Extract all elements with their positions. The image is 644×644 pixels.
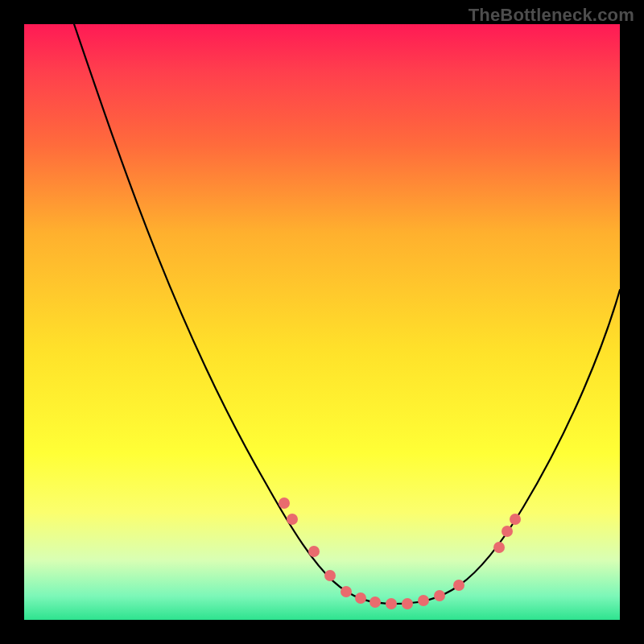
data-marker [402,598,413,609]
chart-svg [24,24,620,620]
data-marker [493,542,505,553]
data-marker [287,514,298,525]
data-marker [341,586,352,597]
plot-area [24,24,620,620]
marker-group [279,497,521,609]
data-marker [279,497,290,509]
data-marker [386,598,397,609]
watermark-text: TheBottleneck.com [469,5,634,26]
data-marker [418,595,429,606]
data-marker [453,580,464,591]
chart-frame: TheBottleneck.com [0,0,644,644]
data-marker [502,526,513,537]
data-marker [434,590,445,601]
data-marker [510,514,521,525]
bottleneck-curve [74,24,620,604]
data-marker [355,592,366,604]
data-marker [308,546,320,557]
data-marker [369,597,381,608]
data-marker [324,570,336,581]
